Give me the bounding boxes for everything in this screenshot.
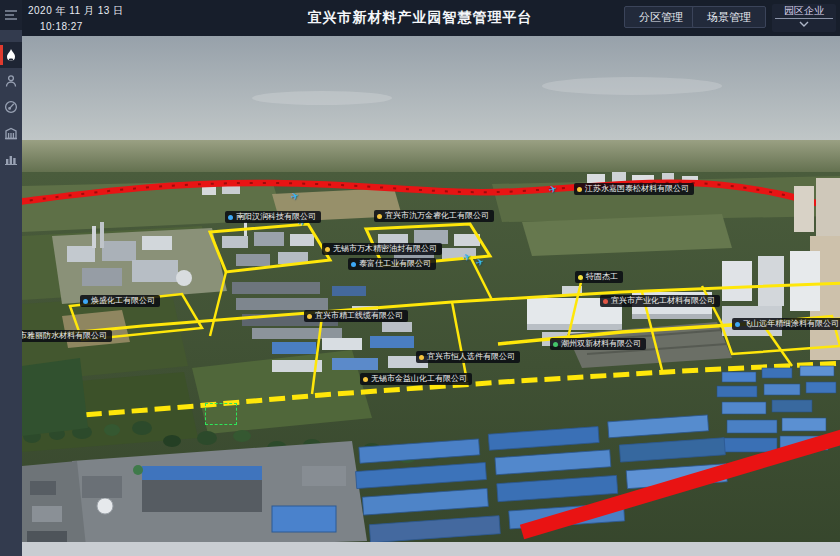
company-label-text: 宜兴市产业化工材料有限公司 (611, 297, 715, 305)
company-dot-icon (228, 215, 233, 220)
company-label-text: 南阳汉润科技有限公司 (236, 213, 316, 221)
company-label-text: 宜兴市氿万金睿化工有限公司 (385, 212, 489, 220)
company-dot-icon (419, 355, 424, 360)
top-header-bar: 2020 年 11 月 13 日 10:18:27 宜兴市新材料产业园智慧管理平… (0, 0, 840, 36)
sidebar-item-menu[interactable] (0, 0, 22, 30)
selection-box (205, 403, 237, 425)
company-dot-icon (351, 262, 356, 267)
company-label[interactable]: 特固杰工 (575, 271, 623, 283)
zone-management-button[interactable]: 分区管理 (624, 6, 698, 28)
company-dot-icon (377, 214, 382, 219)
dropdown-divider (775, 18, 833, 19)
current-time: 10:18:27 (40, 21, 124, 32)
left-sidebar (0, 0, 22, 556)
company-dot-icon (325, 247, 330, 252)
current-date: 2020 年 11 月 13 日 (28, 4, 124, 18)
company-label-text: 宜兴市精工线缆有限公司 (315, 312, 403, 320)
company-label-text: 无锡市万木精密油封有限公司 (333, 245, 437, 253)
company-label-text: 泰富仕工业有限公司 (359, 260, 431, 268)
company-label-text: 宜兴市恒人选件有限公司 (427, 353, 515, 361)
company-dot-icon (553, 342, 558, 347)
company-dot-icon (307, 314, 312, 319)
company-label[interactable]: 潮州双新材料有限公司 (550, 338, 646, 350)
company-dot-icon (363, 377, 368, 382)
map-view[interactable]: 南阳汉润科技有限公司宜兴市氿万金睿化工有限公司江苏永嘉国泰松材料有限公司无锡市万… (22, 36, 840, 556)
company-label[interactable]: 无锡市金益山化工有限公司 (360, 373, 472, 385)
sidebar-item-gauge[interactable] (0, 94, 22, 120)
company-label-text: 飞山远年精细涂料有限公司 (743, 320, 839, 328)
company-label[interactable]: 宜兴市恒人选件有限公司 (416, 351, 520, 363)
company-dot-icon (577, 187, 582, 192)
company-dot-icon (578, 275, 583, 280)
app-window: 2020 年 11 月 13 日 10:18:27 宜兴市新材料产业园智慧管理平… (0, 0, 840, 556)
company-label-text: 特固杰工 (586, 273, 618, 281)
company-label[interactable]: 泰富仕工业有限公司 (348, 258, 436, 270)
company-label-text: 江苏永嘉国泰松材料有限公司 (585, 185, 689, 193)
company-dot-icon (83, 299, 88, 304)
sidebar-item-factory[interactable] (0, 120, 22, 146)
company-label[interactable]: 宜兴市雅丽防水材料有限公司 (22, 330, 112, 342)
chevron-down-icon (799, 21, 809, 27)
company-label[interactable]: 南阳汉润科技有限公司 (225, 211, 321, 223)
company-label[interactable]: 江苏永嘉国泰松材料有限公司 (574, 183, 694, 195)
company-label-text: 焕盛化工有限公司 (91, 297, 155, 305)
factory-icon (4, 126, 18, 140)
company-dot-icon (735, 322, 740, 327)
park-enterprise-dropdown[interactable]: 园区企业 (772, 4, 836, 32)
gauge-icon (4, 100, 18, 114)
company-label[interactable]: 焕盛化工有限公司 (80, 295, 160, 307)
company-label-text: 宜兴市雅丽防水材料有限公司 (22, 332, 107, 340)
company-dot-icon (603, 299, 608, 304)
sidebar-item-personnel[interactable] (0, 68, 22, 94)
sidebar-item-monitor[interactable] (0, 42, 22, 68)
company-label[interactable]: 宜兴市氿万金睿化工有限公司 (374, 210, 494, 222)
sidebar-item-statistics[interactable] (0, 146, 22, 172)
page-title: 宜兴市新材料产业园智慧管理平台 (308, 9, 533, 27)
flame-icon (4, 48, 18, 63)
company-label[interactable]: 宜兴市产业化工材料有限公司 (600, 295, 720, 307)
bar-chart-icon (4, 152, 18, 166)
company-label-text: 无锡市金益山化工有限公司 (371, 375, 467, 383)
company-label[interactable]: 飞山远年精细涂料有限公司 (732, 318, 840, 330)
menu-icon (4, 9, 18, 21)
active-indicator (0, 45, 3, 65)
company-label-text: 潮州双新材料有限公司 (561, 340, 641, 348)
scene-management-button[interactable]: 场景管理 (692, 6, 766, 28)
user-icon (4, 74, 18, 88)
dropdown-label: 园区企业 (784, 4, 824, 18)
company-label[interactable]: 宜兴市精工线缆有限公司 (304, 310, 408, 322)
datetime-block: 2020 年 11 月 13 日 10:18:27 (28, 4, 124, 32)
company-label[interactable]: 无锡市万木精密油封有限公司 (322, 243, 442, 255)
